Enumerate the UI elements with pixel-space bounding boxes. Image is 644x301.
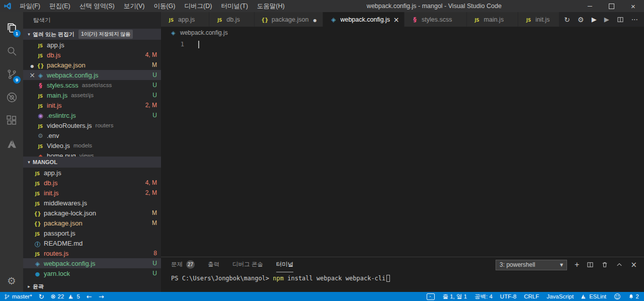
open-editor-item[interactable]: videoRouters.js routers bbox=[23, 120, 161, 130]
open-editor-item[interactable]: .eslintrc.js U bbox=[23, 110, 161, 120]
kill-terminal-icon[interactable] bbox=[601, 261, 608, 268]
panel-tab[interactable]: 터미널 bbox=[276, 257, 294, 272]
run-alt-icon[interactable]: ▶ bbox=[604, 16, 609, 23]
open-editor-item[interactable]: webpack.config.js U bbox=[23, 70, 161, 80]
open-editor-item[interactable]: app.js bbox=[23, 40, 161, 50]
breadcrumb[interactable]: webpack.config.js bbox=[161, 27, 644, 38]
close-panel-icon[interactable]: × bbox=[630, 261, 637, 269]
file-tree-item[interactable]: package-lock.json M bbox=[23, 208, 161, 218]
toggle-terminal[interactable]: >_ bbox=[427, 293, 435, 300]
more-actions-icon[interactable]: ··· bbox=[631, 16, 638, 23]
editor-tab[interactable]: styles.scss bbox=[405, 12, 466, 27]
editor-tab[interactable]: main.js bbox=[467, 12, 518, 27]
editor-tab[interactable]: db.js bbox=[209, 12, 254, 27]
open-editor-item[interactable]: db.js 4, M bbox=[23, 50, 161, 60]
open-editor-item[interactable]: Video.js models bbox=[23, 140, 161, 150]
code-editor[interactable]: 1 bbox=[161, 38, 644, 257]
indentation[interactable]: 공백: 4 bbox=[474, 293, 493, 300]
open-editor-item[interactable]: main.js assets\js U bbox=[23, 90, 161, 100]
file-tree-item[interactable]: README.md bbox=[23, 238, 161, 248]
outline-label: 윤곽 bbox=[33, 283, 44, 290]
minimize-button[interactable]: ─ bbox=[579, 0, 601, 12]
split-editor-icon[interactable] bbox=[617, 16, 624, 23]
editor-tab[interactable]: webpack.config.js bbox=[323, 12, 404, 27]
open-editor-item[interactable]: package.json M bbox=[23, 60, 161, 70]
breadcrumb-file[interactable]: webpack.config.js bbox=[180, 29, 228, 36]
code-area[interactable] bbox=[192, 38, 644, 257]
editor-tab[interactable]: package.json bbox=[255, 12, 323, 27]
terminal-select[interactable]: 3: powershell ▼ bbox=[496, 260, 567, 270]
settings-gear-icon[interactable]: ⚙ bbox=[7, 275, 16, 287]
open-editor-item[interactable]: home.pug views bbox=[23, 150, 161, 157]
file-tree-item[interactable]: middlewares.js bbox=[23, 198, 161, 208]
navigate-back[interactable]: ← bbox=[87, 293, 92, 300]
activity-debug[interactable] bbox=[0, 86, 23, 109]
open-editor-item[interactable]: styles.scss assets\scss U bbox=[23, 80, 161, 90]
close-button[interactable]: × bbox=[622, 0, 644, 12]
eol-sequence[interactable]: CRLF bbox=[524, 293, 539, 299]
tab-state-icon[interactable] bbox=[311, 16, 318, 23]
open-editors-header[interactable]: ▾ 열려 있는 편집기 1이(가) 저장되지 않음 bbox=[23, 29, 161, 40]
editor-state-icon[interactable] bbox=[28, 61, 36, 69]
sync-indicator[interactable]: ↻ bbox=[39, 293, 44, 300]
panel-tab[interactable]: 문제 27 bbox=[171, 257, 195, 272]
menu-help[interactable]: 도움말(H) bbox=[253, 0, 289, 12]
eslint-status[interactable]: ESLint bbox=[581, 293, 606, 299]
file-tree-item[interactable]: db.js 4, M bbox=[23, 178, 161, 188]
sync-icon[interactable]: ↻ bbox=[564, 16, 570, 23]
menu-edit[interactable]: 편집(E) bbox=[45, 0, 75, 12]
editor-state-icon[interactable] bbox=[28, 71, 36, 79]
file-tree-item[interactable]: webpack.config.js U bbox=[23, 258, 161, 268]
notifications[interactable]: 2 bbox=[628, 293, 639, 300]
run-icon[interactable]: ▶ bbox=[592, 16, 597, 23]
menu-selection[interactable]: 선택 영역(S) bbox=[75, 0, 119, 12]
git-status-badge: M bbox=[149, 219, 157, 227]
menu-terminal[interactable]: 터미널(T) bbox=[216, 0, 252, 12]
activity-explorer[interactable]: 1 bbox=[0, 16, 23, 39]
file-tree-item[interactable]: package.json M bbox=[23, 218, 161, 228]
git-branch-indicator[interactable]: master* bbox=[4, 293, 32, 300]
outline-section-header[interactable]: ▸ 윤곽 bbox=[23, 281, 161, 292]
vscode-logo-icon bbox=[0, 2, 15, 10]
problems-indicator[interactable]: ⊗ 22 5 bbox=[51, 293, 80, 299]
feedback[interactable]: ☺ bbox=[614, 293, 621, 300]
file-tree-item[interactable]: passport.js bbox=[23, 228, 161, 238]
file-type-icon bbox=[36, 152, 45, 157]
webpack-file-icon bbox=[170, 29, 177, 36]
menu-debug[interactable]: 디버그(D) bbox=[180, 0, 217, 12]
menu-file[interactable]: 파일(F) bbox=[15, 0, 45, 12]
git-status-badge: U bbox=[149, 92, 157, 99]
new-terminal-icon[interactable]: + bbox=[575, 261, 579, 269]
file-tree-item[interactable]: yarn.lock U bbox=[23, 268, 161, 278]
activity-azure[interactable] bbox=[0, 132, 23, 155]
file-name: home.pug bbox=[47, 152, 76, 157]
activity-search[interactable] bbox=[0, 39, 23, 62]
maximize-button[interactable] bbox=[601, 0, 622, 12]
panel-tab[interactable]: 출력 bbox=[208, 257, 219, 272]
file-tree-item[interactable]: init.js 2, M bbox=[23, 188, 161, 198]
terminal-icon: >_ bbox=[427, 293, 435, 300]
file-tree-item[interactable]: app.js bbox=[23, 168, 161, 178]
split-terminal-icon[interactable] bbox=[587, 261, 594, 268]
activity-extensions[interactable] bbox=[0, 109, 23, 132]
language-mode[interactable]: JavaScript bbox=[546, 293, 574, 299]
tab-state-icon[interactable] bbox=[392, 16, 400, 24]
menu-view[interactable]: 보기(V) bbox=[119, 0, 149, 12]
tab-label: package.json bbox=[272, 16, 309, 23]
encoding[interactable]: UTF-8 bbox=[500, 293, 517, 299]
maximize-panel-icon[interactable] bbox=[616, 261, 623, 268]
folder-section-header[interactable]: ▾ MANGOL bbox=[23, 157, 161, 168]
navigate-forward[interactable]: → bbox=[99, 293, 104, 300]
gear-icon[interactable]: ⚙ bbox=[578, 16, 584, 23]
azure-icon bbox=[6, 137, 18, 150]
open-editor-item[interactable]: init.js 2, M bbox=[23, 100, 161, 110]
editor-tab[interactable]: app.js bbox=[161, 12, 209, 27]
editor-tab[interactable]: init.js bbox=[518, 12, 564, 27]
terminal[interactable]: PS C:\Users\Jongbok\mangol> npm install … bbox=[161, 272, 644, 282]
open-editor-item[interactable]: .env bbox=[23, 130, 161, 140]
file-tree-item[interactable]: routes.js 8 bbox=[23, 248, 161, 258]
activity-source-control[interactable]: 9 bbox=[0, 62, 23, 86]
menu-go[interactable]: 이동(G) bbox=[149, 0, 180, 12]
cursor-position[interactable]: 줄 1, 열 1 bbox=[442, 293, 467, 300]
panel-tab[interactable]: 디버그 콘솔 bbox=[232, 257, 263, 272]
